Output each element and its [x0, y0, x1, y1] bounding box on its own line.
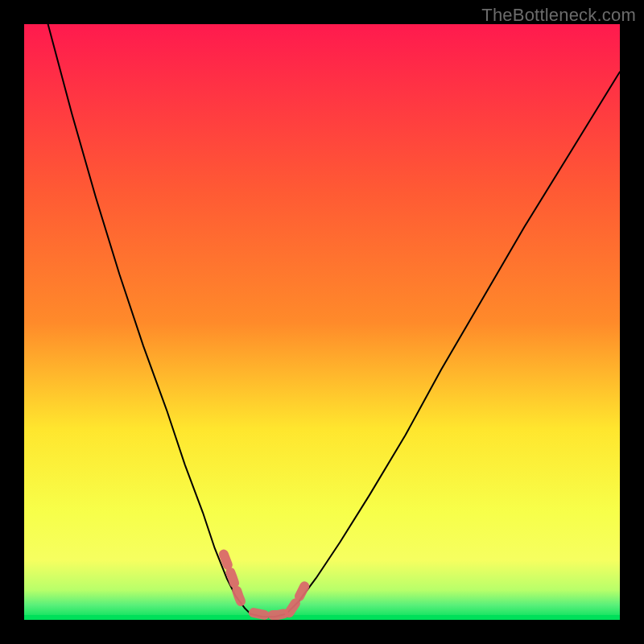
svg-rect-0 — [24, 24, 620, 620]
chart-frame: TheBottleneck.com — [0, 0, 644, 644]
highlight-floor-dots — [254, 613, 289, 615]
chart-svg — [24, 24, 620, 620]
svg-rect-1 — [24, 615, 620, 620]
chart-plot-area — [24, 24, 620, 620]
watermark-label: TheBottleneck.com — [481, 5, 636, 26]
